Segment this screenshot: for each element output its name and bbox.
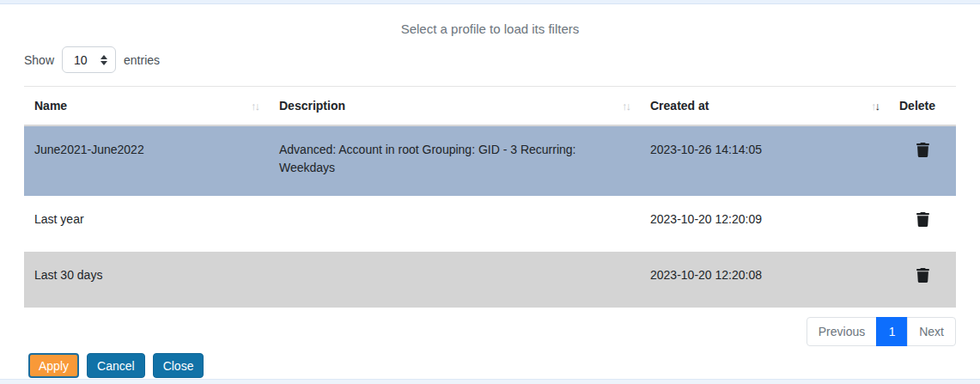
modal-header-edge <box>0 0 980 4</box>
entries-per-page-value: 10 <box>74 53 88 67</box>
cell-name: Last year <box>24 196 269 252</box>
delete-button[interactable] <box>913 140 933 160</box>
table-length-control: Show 10 entries <box>24 46 956 73</box>
cell-description <box>269 252 640 308</box>
show-label: Show <box>24 53 54 67</box>
table-row-last-30-days[interactable]: Last 30 days 2023-10-20 12:20:08 <box>24 252 956 308</box>
close-button[interactable]: Close <box>153 353 204 378</box>
column-header-created-at[interactable]: Created at ↑↓ <box>640 87 889 126</box>
pagination-previous-button[interactable]: Previous <box>807 317 877 346</box>
profiles-table-wrapper: Name ↑↓ Description ↑↓ Created at ↑↓ <box>24 86 956 308</box>
cell-created-at: 2023-10-26 14:14:05 <box>640 125 889 196</box>
table-row-last-year[interactable]: Last year 2023-10-20 12:20:09 <box>24 196 956 252</box>
table-row-june2021-june2022[interactable]: June2021-June2022 Advanced: Account in r… <box>24 125 956 196</box>
table-header-row: Name ↑↓ Description ↑↓ Created at ↑↓ <box>24 87 956 126</box>
delete-button[interactable] <box>913 210 933 229</box>
cell-created-at: 2023-10-20 12:20:08 <box>640 252 889 308</box>
pagination-page-1-button[interactable]: 1 <box>876 317 908 346</box>
select-caret-icon <box>100 55 107 65</box>
profiles-table: Name ↑↓ Description ↑↓ Created at ↑↓ <box>24 86 956 308</box>
sort-icon: ↑↓ <box>251 100 259 113</box>
cell-name: June2021-June2022 <box>24 125 269 196</box>
sort-icon: ↑↓ <box>622 100 630 113</box>
pagination: Previous 1 Next <box>24 317 956 346</box>
cell-name: Last 30 days <box>24 252 269 308</box>
cell-created-at: 2023-10-20 12:20:09 <box>640 196 889 252</box>
cell-description: Advanced: Account in root Grouping: GID … <box>269 125 640 196</box>
entries-label: entries <box>124 53 160 67</box>
column-header-delete: Delete <box>889 87 956 126</box>
trash-icon <box>916 273 929 286</box>
delete-button[interactable] <box>913 265 933 285</box>
cell-description <box>269 196 640 252</box>
modal-footer-edge <box>0 379 980 384</box>
entries-per-page-select[interactable]: 10 <box>62 46 116 73</box>
modal-footer-buttons: Apply Cancel Close <box>28 353 956 378</box>
trash-icon <box>916 148 929 161</box>
sort-icon-active-desc: ↑↓ <box>871 100 879 113</box>
trash-icon <box>916 217 929 230</box>
page-title: Select a profile to load its filters <box>0 21 980 36</box>
column-header-name[interactable]: Name ↑↓ <box>24 87 269 126</box>
apply-button[interactable]: Apply <box>28 353 79 378</box>
column-header-description[interactable]: Description ↑↓ <box>269 87 640 126</box>
cancel-button[interactable]: Cancel <box>87 353 145 378</box>
pagination-next-button[interactable]: Next <box>907 317 956 346</box>
